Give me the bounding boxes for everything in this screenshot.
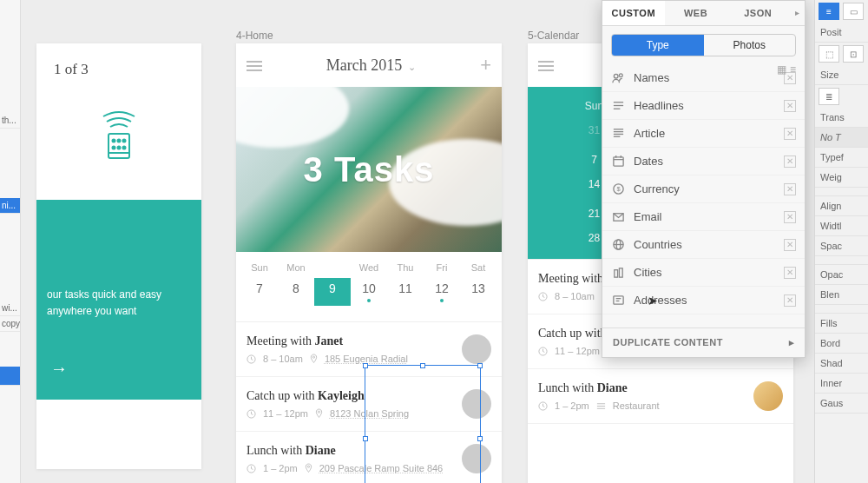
remove-icon[interactable]: ✕ xyxy=(784,211,796,223)
remove-icon[interactable]: ✕ xyxy=(784,128,796,140)
data-type-label: Currency xyxy=(634,182,680,195)
data-type-addresses[interactable]: Addresses✕ xyxy=(602,287,805,314)
more-icon[interactable]: ▸ xyxy=(789,1,805,25)
inspector-tool[interactable]: ⬚ xyxy=(819,45,839,63)
remove-icon[interactable]: ✕ xyxy=(784,294,796,307)
artboard-label[interactable]: 4-Home xyxy=(236,30,273,42)
inspector-tool[interactable]: ≣ xyxy=(819,88,839,105)
seg-photos[interactable]: Photos xyxy=(704,35,796,56)
inspector-row[interactable]: Shad xyxy=(815,354,868,374)
day-number: 7 xyxy=(241,278,278,299)
artboard-home[interactable]: March 2015 ⌄ + 3 Tasks Sun7Mon8Tue9Wed10… xyxy=(236,43,502,483)
duplicate-content[interactable]: DUPLICATE CONTENT ▸ xyxy=(602,328,805,357)
task-item[interactable]: Meeting with Janet 8 – 10am185 Eugenia R… xyxy=(236,322,502,377)
data-type-cities[interactable]: Cities✕ xyxy=(602,259,805,287)
grid-view-icon[interactable]: ▦ xyxy=(777,63,786,76)
menu-icon[interactable] xyxy=(538,59,554,72)
menu-icon[interactable] xyxy=(247,59,262,72)
data-type-email[interactable]: Email✕ xyxy=(602,203,805,231)
remove-icon[interactable]: ✕ xyxy=(784,183,796,195)
layers-panel[interactable]: th... ni... wi... copy xyxy=(0,0,21,483)
remove-icon[interactable]: ✕ xyxy=(784,100,796,112)
inspector-row[interactable]: Size xyxy=(815,65,868,85)
day-column[interactable]: Thu11 xyxy=(387,262,424,306)
remove-icon[interactable]: ✕ xyxy=(784,267,796,279)
tab-custom[interactable]: CUSTOM xyxy=(602,1,665,25)
remove-icon[interactable]: ✕ xyxy=(784,239,796,251)
day-column[interactable]: Fri12 xyxy=(424,262,460,306)
data-type-names[interactable]: Names✕ xyxy=(602,64,805,92)
seg-type[interactable]: Type xyxy=(612,35,704,56)
task-meta: 1 – 2pmRestaurant xyxy=(538,400,746,411)
data-type-panel[interactable]: CUSTOM WEB JSON ▸ Type Photos ▦ ≡ Names✕… xyxy=(602,0,806,358)
segmented-control[interactable]: Type Photos xyxy=(611,34,796,56)
data-type-label: Headlines xyxy=(634,99,684,112)
month-selector[interactable]: March 2015 ⌄ xyxy=(262,56,480,75)
inspector-row[interactable]: Fills xyxy=(815,314,868,334)
data-type-countries[interactable]: Countries✕ xyxy=(602,231,805,259)
data-type-headlines[interactable]: Headlines✕ xyxy=(602,92,805,120)
onboarding-line2: anywhere you want xyxy=(47,303,191,320)
panel-tabs: CUSTOM WEB JSON ▸ xyxy=(602,1,805,26)
task-item[interactable]: Lunch with Diane 1 – 2pmRestaurant xyxy=(528,369,793,424)
headlines-icon xyxy=(611,99,625,112)
duplicate-label: DUPLICATE CONTENT xyxy=(613,337,723,348)
inspector-row[interactable]: Opac xyxy=(815,265,868,285)
task-meta: 1 – 2pm209 Pascale Ramp Suite 846 xyxy=(247,463,455,473)
task-title: Lunch with Diane xyxy=(538,381,746,395)
layer-item[interactable]: th... xyxy=(0,113,20,129)
inspector-panel[interactable]: ≡ ▭ Posit ⬚⊡ Size ≣ Trans No T Typef Wei… xyxy=(814,0,868,483)
inspector-row[interactable]: Spac xyxy=(815,236,868,256)
inspector-row[interactable]: Weig xyxy=(815,168,868,188)
day-column[interactable]: Mon8 xyxy=(278,262,314,306)
artboard-label[interactable]: 5-Calendar xyxy=(528,30,579,42)
day-column[interactable]: Wed10 xyxy=(351,262,387,306)
remove-icon[interactable]: ✕ xyxy=(784,155,796,168)
inspector-tool-align[interactable]: ≡ xyxy=(819,3,839,20)
day-name: Thu xyxy=(387,262,424,273)
day-column[interactable]: Sun7 xyxy=(241,262,278,306)
inspector-tool[interactable]: ⊡ xyxy=(843,45,864,63)
day-column[interactable]: Tue9 xyxy=(314,262,351,306)
inspector-row[interactable]: Widtl xyxy=(815,216,868,236)
tab-web[interactable]: WEB xyxy=(665,1,727,25)
task-item[interactable]: Lunch with Diane 1 – 2pm209 Pascale Ramp… xyxy=(236,432,502,483)
inspector-row[interactable]: Typef xyxy=(815,148,868,168)
layer-item[interactable]: wi... xyxy=(0,301,20,316)
week-strip[interactable]: Sun7Mon8Tue9Wed10Thu11Fri12Sat13 xyxy=(236,252,502,321)
day-name: Wed xyxy=(351,262,387,273)
inspector-row[interactable]: Inner xyxy=(815,374,868,394)
inspector-row[interactable]: Posit xyxy=(815,23,868,43)
inspector-row[interactable]: Gaus xyxy=(815,394,868,414)
tab-json[interactable]: JSON xyxy=(727,1,789,25)
inspector-row[interactable]: Bord xyxy=(815,334,868,354)
inspector-tool[interactable]: ▭ xyxy=(843,3,864,20)
avatar xyxy=(462,444,491,473)
data-type-currency[interactable]: $Currency✕ xyxy=(602,175,805,203)
data-type-dates[interactable]: Dates✕ xyxy=(602,148,805,175)
day-number: 8 xyxy=(278,278,314,299)
task-meta: 11 – 12pm8123 Nolan Spring xyxy=(247,408,455,419)
inspector-row[interactable]: Align xyxy=(815,196,868,216)
inspector-row[interactable]: Trans xyxy=(815,108,868,128)
svg-point-30 xyxy=(614,74,618,78)
task-item[interactable]: Catch up with Kayleigh 11 – 12pm8123 Nol… xyxy=(236,377,502,432)
layer-item[interactable]: copy xyxy=(0,316,20,332)
next-arrow-icon[interactable]: → xyxy=(50,354,68,382)
avatar xyxy=(462,389,491,419)
svg-point-2 xyxy=(118,140,121,142)
data-type-article[interactable]: Article✕ xyxy=(602,120,805,148)
data-type-label: Email xyxy=(634,210,662,223)
add-icon[interactable]: + xyxy=(480,54,491,76)
day-column[interactable]: Sat13 xyxy=(460,262,496,306)
page-indicator: 1 of 3 xyxy=(36,43,201,96)
layer-item-selected[interactable]: ni... xyxy=(0,198,20,214)
list-view-icon[interactable]: ≡ xyxy=(790,63,796,76)
inspector-row[interactable]: Blen xyxy=(815,285,868,305)
avatar xyxy=(462,334,491,364)
day-number: 9 xyxy=(314,278,351,306)
layer-item-selected[interactable] xyxy=(0,367,20,386)
day-number: 13 xyxy=(460,278,496,299)
email-icon xyxy=(611,210,625,223)
artboard-onboarding[interactable]: 1 of 3 our tasks quick and easy anywhere… xyxy=(36,43,201,469)
